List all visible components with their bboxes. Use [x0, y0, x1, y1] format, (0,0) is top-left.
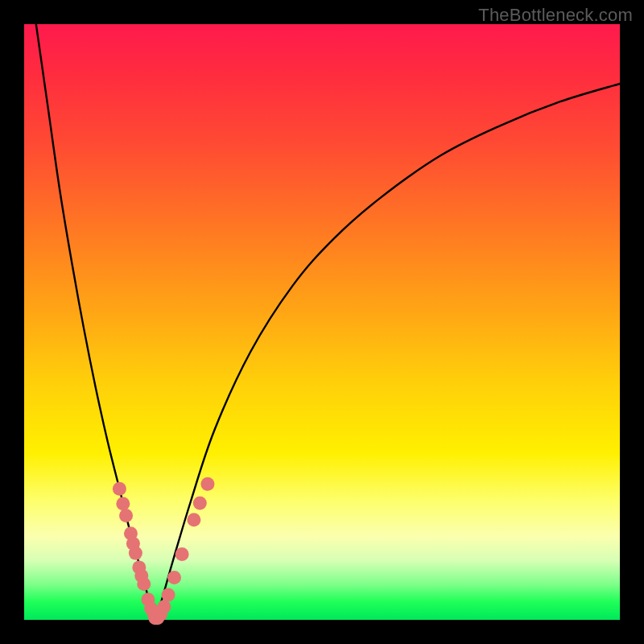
- curve-left-branch: [36, 24, 155, 620]
- marker-point: [129, 547, 142, 560]
- marker-point: [119, 509, 133, 522]
- marker-point: [116, 497, 130, 510]
- curve-layer: [24, 24, 620, 620]
- marker-point: [193, 496, 207, 510]
- marker-point: [137, 577, 151, 591]
- marker-point: [175, 547, 189, 561]
- marker-point: [187, 513, 200, 526]
- watermark-text: TheBottleneck.com: [478, 5, 633, 26]
- chart-frame: TheBottleneck.com: [0, 0, 644, 644]
- marker-point: [157, 600, 171, 613]
- marker-point: [167, 571, 181, 584]
- plot-area: [24, 24, 620, 620]
- marker-point: [162, 588, 175, 601]
- marker-point: [200, 477, 214, 491]
- curve-markers: [113, 477, 215, 625]
- bottleneck-curve: [36, 24, 620, 620]
- curve-right-branch: [155, 84, 620, 620]
- marker-point: [113, 482, 126, 496]
